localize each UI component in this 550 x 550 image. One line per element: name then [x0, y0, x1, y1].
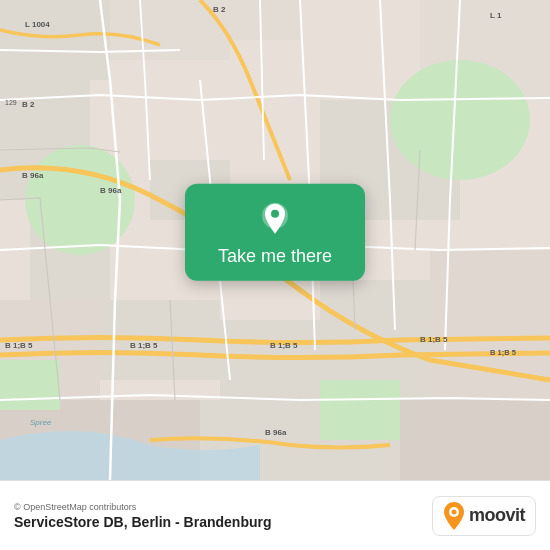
svg-rect-17	[400, 400, 550, 480]
svg-rect-1	[0, 0, 110, 80]
svg-text:B 96a: B 96a	[22, 171, 44, 180]
svg-text:B 96a: B 96a	[100, 186, 122, 195]
svg-text:129: 129	[5, 99, 17, 106]
map-container: L 1004 B 2 L 1 B 2 B 96a B 96a B 96a B 1…	[0, 0, 550, 480]
svg-text:B 1;B 5: B 1;B 5	[490, 348, 516, 357]
map-attribution: © OpenStreetMap contributors	[14, 502, 272, 512]
bottom-left-info: © OpenStreetMap contributors ServiceStor…	[14, 502, 272, 530]
take-me-there-label: Take me there	[218, 246, 332, 267]
svg-text:B 1;B 5: B 1;B 5	[270, 341, 298, 350]
moovit-text-label: moovit	[469, 505, 525, 526]
svg-point-37	[271, 210, 279, 218]
svg-text:B 1;B 5: B 1;B 5	[130, 341, 158, 350]
bottom-bar: © OpenStreetMap contributors ServiceStor…	[0, 480, 550, 550]
svg-text:Spree: Spree	[30, 418, 52, 427]
svg-rect-7	[220, 320, 320, 400]
svg-text:L 1004: L 1004	[25, 20, 50, 29]
location-label: ServiceStore DB, Berlin - Brandenburg	[14, 514, 272, 530]
moovit-logo[interactable]: moovit	[432, 496, 536, 536]
svg-point-19	[390, 60, 530, 180]
svg-text:B 2: B 2	[213, 5, 226, 14]
svg-text:B 96a: B 96a	[265, 428, 287, 437]
moovit-pin-icon	[443, 502, 465, 530]
svg-text:B 1;B 5: B 1;B 5	[420, 335, 448, 344]
svg-point-39	[451, 509, 456, 514]
svg-text:B 1;B 5: B 1;B 5	[5, 341, 33, 350]
svg-rect-21	[320, 380, 400, 440]
take-me-there-popup[interactable]: Take me there	[185, 184, 365, 281]
svg-rect-20	[0, 360, 60, 410]
svg-text:B 2: B 2	[22, 100, 35, 109]
svg-text:L 1: L 1	[490, 11, 502, 20]
location-pin-icon	[257, 202, 293, 238]
